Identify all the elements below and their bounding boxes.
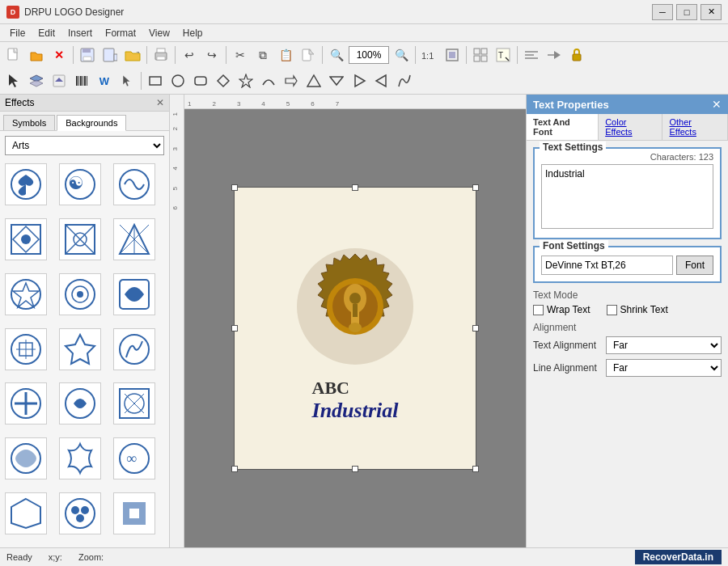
svg-rect-9 xyxy=(157,57,165,60)
fit-page-button[interactable] xyxy=(442,44,463,65)
title-bar: D DRPU LOGO Designer ─ □ ✕ xyxy=(0,0,728,24)
list-item[interactable] xyxy=(5,328,47,370)
align-left-button[interactable] xyxy=(521,44,542,65)
list-item[interactable] xyxy=(5,163,47,205)
canvas-white[interactable]: ABC Industrial xyxy=(234,187,476,470)
maximize-button[interactable]: □ xyxy=(676,4,697,20)
list-item[interactable] xyxy=(5,437,47,479)
menu-edit[interactable]: Edit xyxy=(32,26,61,40)
svg-marker-42 xyxy=(239,74,252,87)
tool-diamond[interactable] xyxy=(213,70,234,91)
list-item[interactable] xyxy=(59,382,101,424)
tool-rect[interactable] xyxy=(145,70,166,91)
shrink-text-item[interactable]: Shrink Text xyxy=(607,304,668,315)
list-item[interactable] xyxy=(113,273,155,315)
list-item[interactable] xyxy=(59,273,101,315)
list-item[interactable] xyxy=(59,218,101,260)
text-mode-section: Text Mode Wrap Text Shrink Text xyxy=(533,289,722,315)
redo-button[interactable]: ↪ xyxy=(201,44,222,65)
paste-button[interactable]: 📋 xyxy=(275,44,296,65)
canvas-scroll[interactable]: ABC Industrial xyxy=(184,109,526,547)
list-item[interactable] xyxy=(113,218,155,260)
tab-text-and-font[interactable]: Text And Font xyxy=(527,114,599,140)
effects-select[interactable]: Arts xyxy=(5,136,164,155)
list-item[interactable] xyxy=(113,382,155,424)
tool-triangle[interactable] xyxy=(303,70,324,91)
open-button[interactable] xyxy=(26,44,47,65)
menu-insert[interactable]: Insert xyxy=(61,26,99,40)
list-item[interactable] xyxy=(5,492,47,534)
list-item[interactable] xyxy=(59,437,101,479)
menu-view[interactable]: View xyxy=(142,26,176,40)
tool-arrow[interactable] xyxy=(281,70,302,91)
effects-close-button[interactable]: ✕ xyxy=(156,97,164,108)
right-panel: Text Properties ✕ Text And Font Color Ef… xyxy=(526,95,728,547)
tool-barcode[interactable] xyxy=(71,70,92,91)
text-alignment-row: Text Alignment Near Center Far xyxy=(533,336,722,354)
list-item[interactable] xyxy=(113,492,155,534)
menu-format[interactable]: Format xyxy=(99,26,142,40)
tab-color-effects[interactable]: Color Effects xyxy=(599,114,662,140)
menu-file[interactable]: File xyxy=(3,26,32,40)
tool-arc[interactable] xyxy=(258,70,279,91)
minimize-button[interactable]: ─ xyxy=(652,4,673,20)
grid-button[interactable] xyxy=(470,44,491,65)
wrap-text-item[interactable]: Wrap Text xyxy=(533,304,590,315)
close-button[interactable]: ✕ xyxy=(700,4,722,20)
tab-symbols[interactable]: Symbols xyxy=(3,115,55,130)
tool-import[interactable] xyxy=(49,70,70,91)
tool-rewind[interactable] xyxy=(371,70,392,91)
text-alignment-select[interactable]: Near Center Far xyxy=(606,336,722,354)
tool-layers[interactable] xyxy=(26,70,47,91)
list-item[interactable] xyxy=(113,328,155,370)
tool-word[interactable]: W xyxy=(94,70,115,91)
list-item[interactable] xyxy=(5,273,47,315)
list-item[interactable] xyxy=(113,163,155,205)
new-button[interactable] xyxy=(3,44,24,65)
list-item[interactable]: ☯ xyxy=(59,163,101,205)
actual-size-button[interactable]: 1:1 xyxy=(419,44,440,65)
sep6 xyxy=(415,46,416,64)
menu-help[interactable]: Help xyxy=(176,26,210,40)
shrink-text-checkbox[interactable] xyxy=(607,305,617,315)
wrap-text-checkbox[interactable] xyxy=(533,305,544,315)
paste-special-button[interactable] xyxy=(298,44,319,65)
list-item[interactable] xyxy=(59,328,101,370)
line-alignment-row: Line Alignment Near Center Far xyxy=(533,359,722,377)
close-file-button[interactable]: ✕ xyxy=(49,44,70,65)
list-item[interactable] xyxy=(59,492,101,534)
copy-button[interactable]: ⧉ xyxy=(252,44,273,65)
text-input[interactable]: Industrial xyxy=(541,164,713,229)
list-item[interactable] xyxy=(5,382,47,424)
print-button[interactable] xyxy=(150,44,171,65)
font-input[interactable] xyxy=(541,256,673,275)
tool-star[interactable] xyxy=(235,70,256,91)
tab-backgrounds[interactable]: Backgrounds xyxy=(57,115,126,131)
tool-play[interactable] xyxy=(349,70,370,91)
tool-cursor2[interactable] xyxy=(116,70,138,91)
undo-button[interactable]: ↩ xyxy=(179,44,200,65)
edit-text-button[interactable]: T xyxy=(493,44,514,65)
line-alignment-select[interactable]: Near Center Far xyxy=(606,359,722,377)
list-item[interactable]: ∞ xyxy=(113,437,155,479)
open-folder-button[interactable] xyxy=(122,44,143,65)
zoom-in-button[interactable]: 🔍 xyxy=(326,44,347,65)
svg-point-66 xyxy=(77,291,83,298)
tool-chevron-down[interactable] xyxy=(326,70,347,91)
tool-curve[interactable] xyxy=(394,70,415,91)
list-item[interactable] xyxy=(5,218,47,260)
tool-circle[interactable] xyxy=(167,70,188,91)
save-button[interactable] xyxy=(77,44,98,65)
tool-select[interactable] xyxy=(3,70,24,91)
align-right-button[interactable] xyxy=(544,44,565,65)
cut-button[interactable]: ✂ xyxy=(230,44,251,65)
save-as-button[interactable] xyxy=(99,44,121,65)
toolbar-area: ✕ ↩ ↪ ✂ ⧉ 📋 🔍 🔍 1:1 xyxy=(0,42,728,95)
tab-other-effects[interactable]: Other Effects xyxy=(662,114,728,140)
font-button[interactable]: Font xyxy=(676,256,713,275)
tool-rounded-rect[interactable] xyxy=(190,70,211,91)
zoom-out-button[interactable]: 🔍 xyxy=(391,44,412,65)
right-panel-close-button[interactable]: ✕ xyxy=(712,98,722,111)
zoom-input[interactable] xyxy=(349,46,389,64)
lock-button[interactable] xyxy=(566,44,587,65)
